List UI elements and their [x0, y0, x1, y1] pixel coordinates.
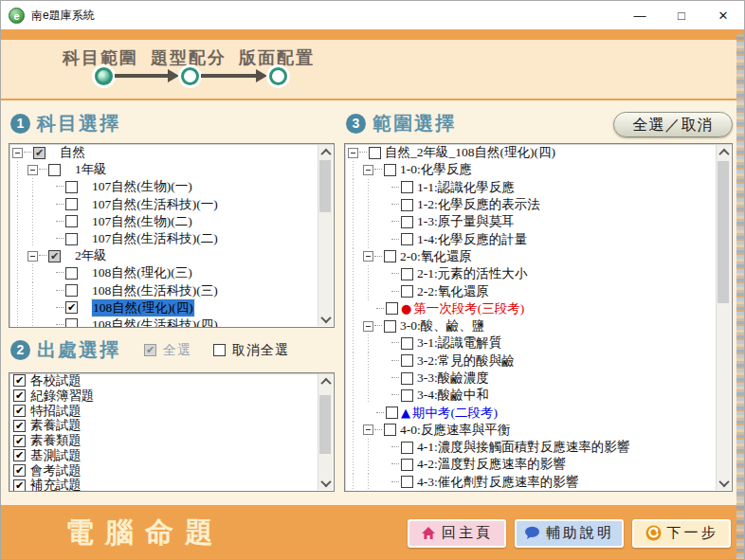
checkbox[interactable] [401, 216, 413, 228]
tree-label[interactable]: 3-4:酸鹼中和 [417, 387, 489, 404]
step-circle-2[interactable] [181, 67, 199, 85]
tree-label[interactable]: 4-1:濃度與接觸面積對反應速率的影響 [417, 439, 629, 456]
tree-row[interactable]: 107自然(生活科技)(一) [9, 196, 318, 213]
tree-label[interactable]: 2-1:元素的活性大小 [417, 265, 527, 282]
tree-label[interactable]: 2-2:氧化還原 [417, 283, 489, 300]
checkbox[interactable] [65, 215, 78, 227]
select-all-checkbox[interactable]: ✔ [144, 344, 156, 356]
tree-row[interactable]: ▲期中考(二段考) [345, 404, 717, 421]
home-button[interactable]: 回主頁 [408, 519, 506, 548]
tree-label[interactable]: 108自然(生活科技)(四) [92, 316, 218, 328]
list-item[interactable]: ✔基測試題 [9, 448, 318, 463]
tree-label[interactable]: 3-1:認識電解質 [417, 334, 501, 352]
checkbox[interactable] [386, 406, 398, 419]
select-toggle-all-button[interactable]: 全選／取消 [613, 112, 733, 137]
tree-label[interactable]: 107自然(生活科技)(一) [92, 196, 218, 213]
checkbox[interactable] [65, 181, 78, 193]
tree-row[interactable]: 108自然(生活科技)(三) [9, 282, 318, 299]
tree-label[interactable]: 期中考(二段考) [412, 405, 498, 422]
tree-label[interactable]: 3-2:常見的酸與鹼 [417, 352, 515, 370]
tree-row[interactable]: ✔108自然(理化)(四) [9, 299, 318, 316]
checkbox[interactable]: ✔ [13, 389, 26, 402]
expander-minus-icon[interactable] [363, 425, 373, 435]
list-item[interactable]: ✔素養類題 [9, 433, 318, 448]
scroll-up-button[interactable] [318, 374, 333, 388]
tree-label[interactable]: 3-3:酸鹼濃度 [417, 370, 489, 387]
checkbox[interactable]: ✔ [33, 147, 45, 159]
tree-row[interactable]: 107自然(生活科技)(二) [9, 230, 318, 247]
checkbox[interactable]: ✔ [65, 301, 78, 314]
range-tree-scrollbar[interactable] [716, 145, 731, 490]
list-item[interactable]: ✔紀錄簿習題 [9, 388, 318, 404]
expander-minus-icon[interactable] [27, 251, 38, 262]
tree-label[interactable]: 2-0:氧化還原 [400, 248, 472, 265]
expander-minus-icon[interactable] [27, 165, 38, 175]
scroll-down-button[interactable] [318, 312, 333, 326]
tree-row[interactable]: 1-0:化學反應 [345, 161, 717, 178]
subject-tree-scrollbar[interactable] [318, 145, 333, 326]
tree-row[interactable]: 3-2:常見的酸與鹼 [345, 352, 717, 370]
tree-row[interactable]: ✔2年級 [9, 247, 318, 264]
tree-label[interactable]: 107自然(生物)(一) [92, 178, 192, 195]
checkbox[interactable] [369, 147, 381, 159]
tree-row[interactable]: 1-3:原子量與莫耳 [345, 213, 717, 230]
checkbox[interactable] [65, 267, 78, 280]
step-circle-3[interactable] [269, 67, 287, 85]
tree-row[interactable]: 107自然(生物)(一) [9, 178, 318, 195]
deselect-all-checkbox-group[interactable]: 取消全選 [212, 342, 289, 359]
checkbox[interactable]: ✔ [13, 479, 26, 492]
checkbox[interactable] [384, 320, 396, 333]
checkbox[interactable] [401, 442, 413, 454]
select-all-checkbox-group[interactable]: ✔ 全選 [143, 342, 191, 359]
tree-row[interactable]: 1-2:化學反應的表示法 [345, 196, 717, 213]
tree-row[interactable]: ●第一次段考(三段考) [345, 300, 717, 317]
tree-label[interactable]: 4-2:溫度對反應速率的影響 [417, 456, 566, 473]
list-item[interactable]: ✔各校試題 [9, 373, 318, 388]
tree-row[interactable]: 1年級 [9, 161, 318, 178]
tree-label[interactable]: 第一次段考(三段考) [413, 300, 524, 317]
tree-label[interactable]: 自然_2年級_108自然(理化)(四) [385, 144, 555, 161]
minimize-button[interactable]: — [619, 1, 661, 29]
tree-row[interactable]: 自然_2年級_108自然(理化)(四) [345, 144, 717, 161]
scroll-down-button[interactable] [318, 476, 333, 490]
tree-row[interactable]: 108自然(生活科技)(四) [9, 316, 318, 328]
expander-minus-icon[interactable] [363, 321, 373, 332]
tree-row[interactable]: 1-4:化學反應的計量 [345, 230, 717, 247]
checkbox[interactable] [48, 164, 61, 176]
tree-row[interactable]: 2-1:元素的活性大小 [345, 265, 717, 282]
checkbox[interactable] [401, 337, 413, 350]
next-step-button[interactable]: 下一步 [632, 519, 731, 548]
tree-row[interactable]: 2-0:氧化還原 [345, 248, 717, 265]
scroll-up-button[interactable] [318, 145, 333, 159]
checkbox[interactable]: ✔ [13, 374, 26, 387]
scroll-down-button[interactable] [717, 476, 731, 490]
tree-row[interactable]: 3-1:認識電解質 [345, 334, 717, 352]
checkbox[interactable] [401, 476, 413, 488]
tree-label[interactable]: 自然 [60, 144, 85, 161]
tree-row[interactable]: 1-1:認識化學反應 [345, 179, 717, 196]
tree-row[interactable]: 2-2:氧化還原 [345, 282, 717, 299]
list-item[interactable]: ✔特招試題 [9, 404, 318, 419]
tree-label[interactable]: 108自然(理化)(四) [92, 299, 194, 316]
checkbox[interactable] [65, 198, 78, 210]
checkbox[interactable] [401, 372, 413, 385]
checkbox[interactable] [401, 268, 413, 280]
tree-row[interactable]: 107自然(生物)(二) [9, 213, 318, 230]
tree-row[interactable]: ✔自然 [9, 144, 318, 161]
checkbox[interactable] [401, 354, 413, 367]
checkbox[interactable] [65, 233, 78, 245]
list-item[interactable]: ✔會考試題 [9, 463, 318, 479]
tree-label[interactable]: 1-2:化學反應的表示法 [417, 196, 540, 213]
tree-label[interactable]: 1-0:化學反應 [400, 161, 472, 178]
tree-row[interactable]: 3-3:酸鹼濃度 [345, 370, 717, 387]
checkbox[interactable]: ✔ [13, 449, 26, 461]
checkbox[interactable]: ✔ [48, 250, 61, 262]
expander-minus-icon[interactable] [348, 148, 358, 158]
scroll-up-button[interactable] [717, 145, 731, 159]
checkbox[interactable] [401, 199, 413, 211]
step-circle-1[interactable] [95, 67, 113, 85]
checkbox[interactable]: ✔ [13, 435, 26, 447]
checkbox[interactable] [384, 424, 396, 436]
scroll-thumb[interactable] [319, 160, 331, 212]
checkbox[interactable] [384, 250, 396, 262]
